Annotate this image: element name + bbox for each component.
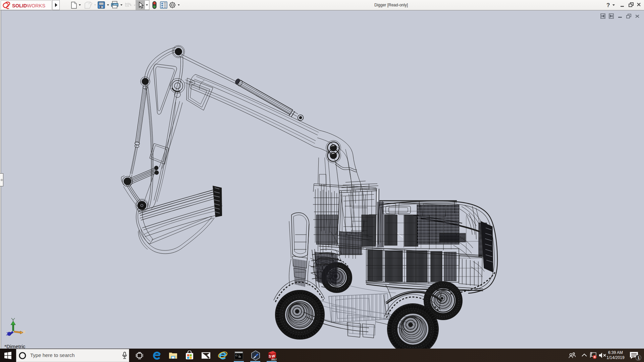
- svg-text:C:\: C:\: [235, 354, 240, 357]
- svg-text:?: ?: [606, 2, 610, 8]
- svg-text:W: W: [272, 354, 275, 358]
- svg-text:S: S: [269, 354, 271, 358]
- svg-text:SOLIDWORKS: SOLIDWORKS: [12, 3, 45, 8]
- svg-text:1: 1: [638, 356, 640, 360]
- svg-text:2017: 2017: [271, 358, 277, 361]
